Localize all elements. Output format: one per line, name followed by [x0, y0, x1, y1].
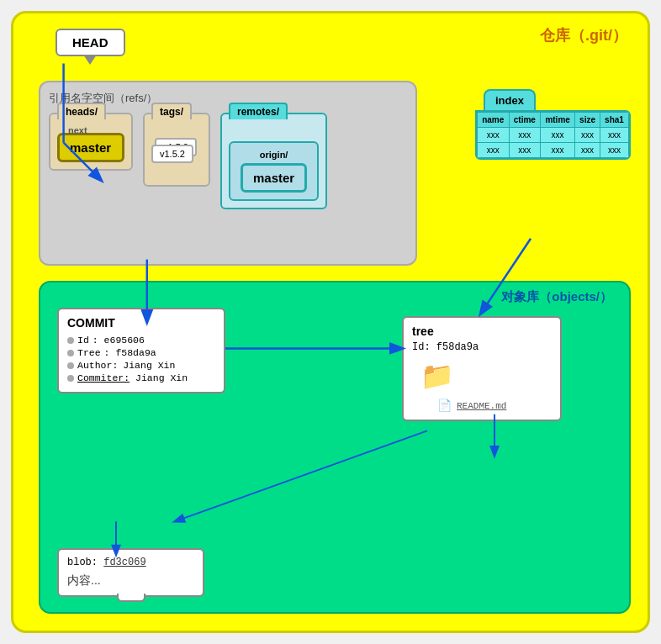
commit-commiter-dot [67, 375, 74, 382]
repo-label: 仓库（.git/） [540, 25, 627, 45]
tree-title: tree [412, 325, 552, 338]
objects-container: 对象库（objects/） COMMIT Id : e695606 Tree :… [39, 281, 631, 614]
file-icon: 📄 [437, 399, 452, 413]
tags-folder: tags/ v1.5.0 v1.5.2 [143, 113, 210, 187]
blob-label: blob: [67, 557, 103, 568]
index-row-1: xxx xxx xxx xxx xxx [478, 128, 629, 143]
commit-tree-val: : f58da9a [104, 347, 156, 358]
master-badge: next master [57, 133, 124, 162]
commit-id-label: Id [77, 335, 89, 346]
index-col-size: size [575, 113, 600, 128]
blob-box: blob: fd3c069 内容... [57, 548, 204, 597]
remotes-folder: remotes/ origin/ master [220, 113, 327, 209]
origin-tab-label: origin/ [241, 150, 307, 160]
outer-container: 仓库（.git/） HEAD 引用名字空间（refs/） heads/ next… [11, 11, 650, 633]
commit-tree-label: Tree [77, 347, 101, 358]
index-table: name ctime mtime size sha1 xxx xxx xxx x… [475, 110, 631, 160]
tree-box: tree Id: f58da9a 📁 📄 README.md [402, 316, 562, 421]
origin-folder: origin/ master [229, 141, 319, 201]
tag-v152: v1.5.2 [151, 145, 193, 163]
index-tab: index [484, 89, 536, 110]
commit-tree-dot [67, 350, 74, 356]
tags-tab: tags/ [151, 103, 192, 119]
blob-hash: fd3c069 [103, 557, 145, 568]
commit-title: COMMIT [67, 316, 215, 330]
index-container: index name ctime mtime size sha1 xxx xxx [475, 89, 631, 160]
commit-author-field: Author: Jiang Xin [67, 360, 215, 371]
remotes-master-label: master [253, 171, 294, 185]
heads-tab: heads/ [57, 103, 106, 119]
readme-link: README.md [457, 401, 506, 411]
objects-label: 对象库（objects/） [501, 289, 612, 305]
commit-id-val: : e695606 [93, 335, 145, 346]
commit-author-label: Author: [77, 360, 118, 371]
head-box: HEAD [56, 29, 125, 56]
master-label: master [70, 140, 111, 155]
commit-author-val: Jiang Xin [123, 360, 175, 371]
next-label: next [68, 125, 87, 135]
remotes-master-badge: master [241, 163, 307, 193]
blob-title: blob: fd3c069 [67, 557, 194, 568]
index-row-2: xxx xxx xxx xxx xxx [478, 143, 629, 158]
commit-commiter-val: Jiang Xin [135, 372, 188, 383]
tag-stack: v1.5.0 v1.5.2 [151, 141, 202, 178]
file-line: 📄 README.md [437, 399, 552, 413]
commit-tree-field: Tree : f58da9a [67, 347, 215, 358]
index-col-ctime: ctime [509, 113, 541, 128]
svg-line-2 [175, 430, 427, 521]
heads-folder: heads/ next master [49, 113, 133, 171]
commit-id-field: Id : e695606 [67, 335, 215, 346]
index-col-name: name [478, 113, 510, 128]
commit-id-dot [67, 337, 74, 344]
head-label: HEAD [72, 35, 108, 50]
blob-content: 内容... [67, 573, 194, 589]
commit-commiter-label: Commiter: [77, 372, 130, 383]
commit-commiter-field: Commiter: Jiang Xin [67, 372, 215, 383]
index-col-mtime: mtime [541, 113, 575, 128]
remotes-tab: remotes/ [229, 103, 288, 119]
refs-container: 引用名字空间（refs/） heads/ next master tags/ v… [39, 81, 417, 266]
tree-id: Id: f58da9a [412, 341, 552, 353]
tree-folder-icon: 📁 [420, 360, 552, 393]
commit-author-dot [67, 362, 74, 369]
commit-box: COMMIT Id : e695606 Tree : f58da9a Autho… [57, 308, 225, 393]
index-col-sha1: sha1 [600, 113, 628, 128]
